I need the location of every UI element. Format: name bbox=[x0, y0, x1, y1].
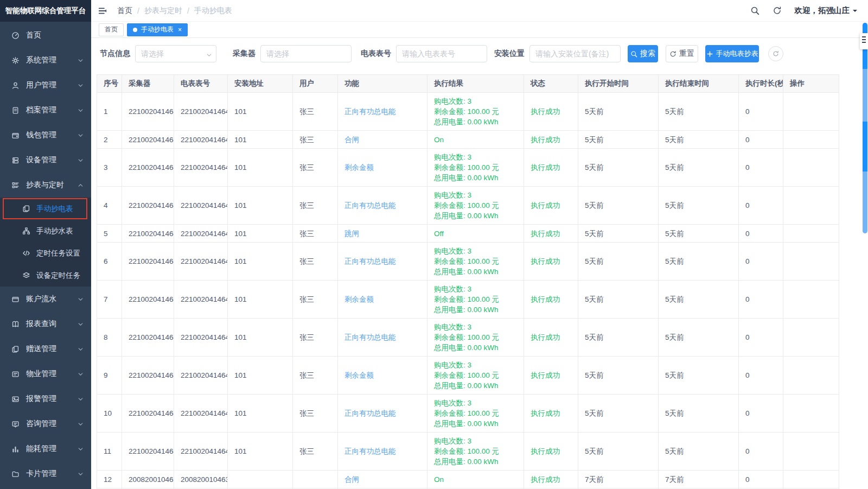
cell-start-time: 5天前 bbox=[578, 93, 659, 131]
cell-index: 10 bbox=[97, 395, 122, 433]
chevron-down-icon bbox=[78, 396, 84, 402]
cell-function: 正向有功总电能 bbox=[338, 93, 427, 131]
breadcrumb-item[interactable]: 首页 bbox=[117, 6, 132, 16]
function-link[interactable]: 正向有功总电能 bbox=[344, 257, 396, 265]
cell-user bbox=[293, 471, 338, 488]
result-line: 购电次数: 3 bbox=[434, 246, 517, 256]
tab-manual-read-electric[interactable]: 手动抄电表× bbox=[127, 23, 188, 36]
sidebar-subitem-device-timed-tasks[interactable]: 设备定时任务 bbox=[0, 264, 91, 287]
function-link[interactable]: 正向有功总电能 bbox=[344, 333, 396, 341]
vertical-scrollbar[interactable] bbox=[863, 23, 867, 233]
cell-collector: 221002041464 bbox=[122, 319, 174, 357]
function-link[interactable]: 正向有功总电能 bbox=[344, 409, 396, 417]
cell-address: 101 bbox=[228, 319, 293, 357]
sidebar-subitem-timed-task-settings[interactable]: 定时任务设置 bbox=[0, 242, 91, 264]
function-link[interactable]: 剩余金额 bbox=[344, 371, 374, 379]
collector-input[interactable] bbox=[260, 45, 352, 62]
sidebar-item-energy-mgmt[interactable]: 能耗管理 bbox=[0, 436, 91, 461]
result-line: 总用电量: 0.00 kWh bbox=[434, 211, 517, 221]
sidebar-item-account-flow[interactable]: 账户流水 bbox=[0, 287, 91, 312]
sidebar-item-archive-mgmt[interactable]: 档案管理 bbox=[0, 98, 91, 123]
close-icon[interactable]: × bbox=[178, 27, 182, 33]
folder-icon bbox=[11, 469, 20, 478]
cell-status: 执行成功 bbox=[524, 357, 578, 395]
sidebar-item-wallet-mgmt[interactable]: 钱包管理 bbox=[0, 123, 91, 148]
sidebar-item-report-query[interactable]: 报表查询 bbox=[0, 312, 91, 336]
result-line: 购电次数: 3 bbox=[434, 398, 517, 408]
result-line: 总用电量: 0.00 kWh bbox=[434, 456, 517, 467]
column-header: 安装地址 bbox=[228, 75, 293, 93]
sidebar-item-device-mgmt[interactable]: 设备管理 bbox=[0, 148, 91, 173]
user-menu[interactable]: 欢迎，拓强山庄 bbox=[795, 5, 858, 16]
status-badge: 执行成功 bbox=[531, 475, 560, 484]
cell-start-time: 5天前 bbox=[578, 225, 659, 243]
function-link[interactable]: 正向有功总电能 bbox=[344, 201, 396, 209]
search-icon[interactable] bbox=[750, 6, 760, 15]
cell-collector: 221002041464 bbox=[122, 395, 174, 433]
cell-address: 101 bbox=[228, 131, 293, 149]
meter-no-input[interactable] bbox=[396, 45, 487, 62]
cell-index: 9 bbox=[97, 357, 122, 395]
sidebar-item-consult-mgmt[interactable]: 咨询管理 bbox=[0, 411, 91, 436]
sidebar-subitem-manual-read-water[interactable]: 手动抄水表 bbox=[0, 220, 91, 242]
sidebar-item-label: 用户管理 bbox=[26, 80, 56, 90]
cell-actions bbox=[783, 357, 839, 395]
table-row: 2221002041464221002041464101张三合闸On执行成功5天… bbox=[97, 131, 839, 149]
function-link[interactable]: 跳闸 bbox=[344, 230, 359, 238]
function-link[interactable]: 合闸 bbox=[344, 136, 359, 144]
cell-end-time: 5天前 bbox=[659, 187, 739, 225]
cell-collector: 221002041464 bbox=[122, 357, 174, 395]
status-badge: 执行成功 bbox=[531, 447, 560, 455]
tab-home[interactable]: 首页 bbox=[99, 23, 124, 36]
result-line: On bbox=[434, 136, 444, 144]
sidebar-item-label: 物业管理 bbox=[26, 369, 56, 379]
sidebar-item-label: 咨询管理 bbox=[26, 419, 56, 429]
sidebar-item-home[interactable]: 首页 bbox=[0, 23, 91, 48]
sidebar-item-label: 设备管理 bbox=[26, 155, 56, 165]
reset-button[interactable]: 重置 bbox=[666, 45, 698, 62]
refresh-table-button[interactable] bbox=[768, 46, 783, 61]
sidebar-item-label: 首页 bbox=[26, 30, 41, 40]
cell-collector: 221002041464 bbox=[122, 93, 174, 131]
function-link[interactable]: 正向有功总电能 bbox=[344, 447, 396, 455]
sidebar-item-property-mgmt[interactable]: 物业管理 bbox=[0, 361, 91, 386]
cell-duration: 0 bbox=[739, 471, 783, 488]
cell-start-time: 5天前 bbox=[578, 243, 659, 281]
cell-user: 张三 bbox=[293, 357, 338, 395]
cell-end-time: 5天前 bbox=[659, 395, 739, 433]
function-link[interactable]: 剩余金额 bbox=[344, 295, 374, 303]
node-select[interactable] bbox=[135, 45, 216, 62]
function-link[interactable]: 正向有功总电能 bbox=[344, 107, 396, 116]
cell-result: 购电次数: 3剩余金额: 100.00 元总用电量: 0.00 kWh bbox=[427, 319, 524, 357]
sidebar-item-gift-mgmt[interactable]: 赠送管理 bbox=[0, 336, 91, 361]
manual-read-button[interactable]: 手动电表抄表 bbox=[705, 45, 759, 62]
cell-end-time: 5天前 bbox=[659, 281, 739, 319]
sidebar-item-alarm-mgmt[interactable]: 报警管理 bbox=[0, 386, 91, 411]
breadcrumb-item[interactable]: 抄表与定时 bbox=[144, 6, 182, 16]
function-link[interactable]: 剩余金额 bbox=[344, 163, 374, 172]
sidebar-subitem-manual-read-electric[interactable]: 手动抄电表 bbox=[0, 198, 91, 220]
sidebar-item-meter-reading-timing[interactable]: 抄表与定时 bbox=[0, 173, 91, 198]
location-input[interactable] bbox=[529, 45, 621, 62]
chevron-up-icon bbox=[78, 182, 84, 188]
sidebar-item-card-mgmt[interactable]: 卡片管理 bbox=[0, 461, 91, 486]
breadcrumb-item[interactable]: 手动抄电表 bbox=[194, 6, 232, 16]
collapse-sidebar-icon[interactable] bbox=[98, 7, 107, 15]
refresh-icon[interactable] bbox=[773, 6, 782, 15]
archive-icon bbox=[11, 106, 20, 115]
chevron-down-icon bbox=[78, 58, 84, 63]
sidebar-item-user-mgmt[interactable]: 用户管理 bbox=[0, 73, 91, 98]
cell-end-time: 5天前 bbox=[659, 433, 739, 471]
column-header: 电表表号 bbox=[174, 75, 228, 93]
floating-widget[interactable] bbox=[860, 33, 868, 49]
search-button[interactable]: 搜索 bbox=[628, 45, 658, 62]
sidebar-item-label: 钱包管理 bbox=[26, 130, 56, 140]
cell-actions bbox=[783, 149, 839, 187]
sidebar-item-system-mgmt[interactable]: 系统管理 bbox=[0, 48, 91, 73]
cell-function: 跳闸 bbox=[338, 225, 427, 243]
cell-collector: 200820010463 bbox=[122, 471, 174, 488]
function-link[interactable]: 合闸 bbox=[344, 475, 359, 484]
active-tab-dot bbox=[133, 28, 137, 32]
cell-collector: 221002041464 bbox=[122, 433, 174, 471]
cell-status: 执行成功 bbox=[524, 281, 578, 319]
